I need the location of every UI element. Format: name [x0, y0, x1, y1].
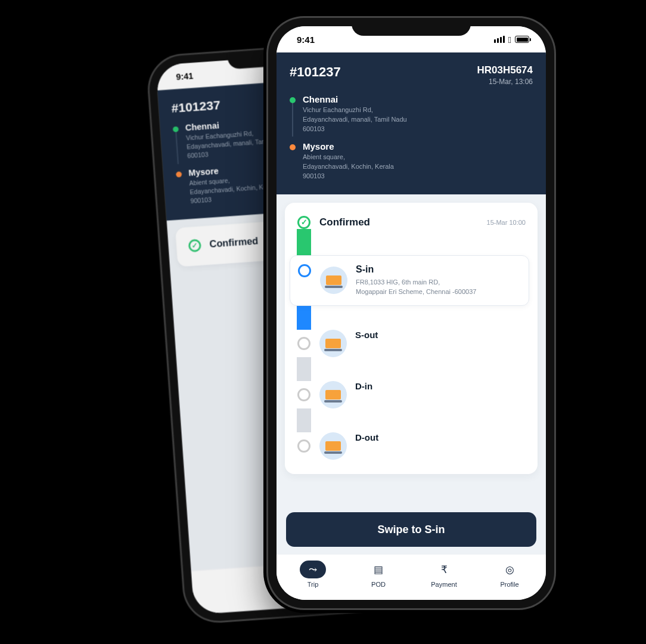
- check-icon: [188, 239, 201, 252]
- origin-city: Chennai: [303, 94, 407, 104]
- rail-line: [297, 306, 311, 330]
- step-confirmed-time: 15-Mar 10:00: [487, 219, 526, 226]
- step-d-out: D-out: [297, 432, 526, 460]
- swipe-button-label: Swipe to S-in: [377, 524, 445, 536]
- nav-pod[interactable]: ▤ POD: [365, 561, 392, 588]
- step-d-in-title: D-in: [355, 381, 372, 391]
- nav-trip-label: Trip: [308, 581, 319, 588]
- document-icon: ▤: [365, 561, 392, 578]
- destination-address: Abient square, Edayanchavadi, Kochin, Ke…: [189, 173, 278, 206]
- rail-line: [297, 408, 311, 432]
- trip-id: #101237: [290, 64, 341, 80]
- step-d-in: D-in: [297, 381, 526, 408]
- battery-icon: [515, 36, 529, 43]
- nav-payment-label: Payment: [431, 581, 456, 588]
- destination-stop: Mysore Abient square, Edayanchavadi, Koc…: [290, 141, 533, 181]
- step-s-in-address: FR8,1033 HIG, 6th main RD, Mogappair Eri…: [356, 277, 521, 297]
- nav-payment[interactable]: ₹ Payment: [431, 561, 457, 588]
- rupee-icon: ₹: [431, 561, 457, 578]
- vehicle-number: HR03H5674: [477, 64, 533, 76]
- nav-pod-label: POD: [371, 581, 386, 588]
- step-marker-icon: [297, 439, 310, 453]
- destination-address: Abient square, Edayanchavadi, Kochin, Ke…: [303, 153, 394, 181]
- route-summary: Chennai Vichur Eachanguzhi Rd, Edayancha…: [290, 94, 533, 181]
- trip-progress-content: Confirmed 15-Mar 10:00 S-in: [277, 194, 546, 501]
- status-time: 9:41: [297, 35, 315, 45]
- truck-icon: [319, 330, 347, 357]
- truck-icon: [320, 267, 347, 294]
- progress-card: Confirmed 15-Mar 10:00 S-in: [285, 203, 538, 474]
- destination-dot-icon: [290, 144, 296, 150]
- truck-icon: [319, 432, 347, 460]
- step-confirmed-title: Confirmed: [319, 216, 370, 228]
- truck-icon: [319, 381, 347, 408]
- step-marker-icon: [297, 337, 310, 350]
- nav-profile[interactable]: ◎ Profile: [496, 561, 523, 588]
- step-s-in[interactable]: S-in FR8,1033 HIG, 6th main RD, Mogappai…: [290, 255, 529, 306]
- status-time: 9:41: [176, 70, 194, 81]
- signal-icon: [494, 36, 505, 43]
- nav-profile-label: Profile: [500, 581, 518, 588]
- trip-timestamp: 15-Mar, 13:06: [477, 78, 533, 86]
- phone-notch: [352, 18, 471, 36]
- wifi-icon: 􀙇: [508, 35, 511, 45]
- rail-line: [297, 357, 311, 381]
- nav-trip[interactable]: ⤳ Trip: [300, 561, 326, 588]
- step-marker-icon: [297, 388, 310, 401]
- step-s-out-title: S-out: [355, 330, 378, 340]
- step-d-out-title: D-out: [355, 432, 378, 442]
- phone-mockup-front: 9:41 􀙇 #101237 HR03H5674 15-Mar, 13:06: [268, 18, 554, 608]
- trip-header: #101237 HR03H5674 15-Mar, 13:06 Chennai …: [277, 52, 546, 194]
- rail-line: [297, 229, 311, 255]
- origin-dot-icon: [290, 97, 296, 103]
- step-s-out: S-out: [297, 330, 526, 357]
- destination-dot-icon: [176, 171, 182, 177]
- origin-stop: Chennai Vichur Eachanguzhi Rd, Edayancha…: [290, 94, 533, 134]
- profile-icon: ◎: [496, 561, 523, 578]
- step-marker-icon: [298, 264, 311, 277]
- step-confirmed: Confirmed 15-Mar 10:00: [297, 216, 526, 229]
- swipe-button[interactable]: Swipe to S-in: [286, 512, 536, 547]
- step-s-in-title: S-in: [356, 264, 521, 275]
- route-icon: ⤳: [300, 561, 326, 578]
- trip-id: #101237: [171, 98, 221, 116]
- destination-city: Mysore: [303, 141, 394, 151]
- check-icon: [297, 216, 310, 229]
- bottom-nav: ⤳ Trip ▤ POD ₹ Payment ◎ Profile: [277, 554, 546, 600]
- origin-address: Vichur Eachanguzhi Rd, Edayanchavadi, ma…: [303, 106, 407, 134]
- origin-dot-icon: [173, 126, 179, 132]
